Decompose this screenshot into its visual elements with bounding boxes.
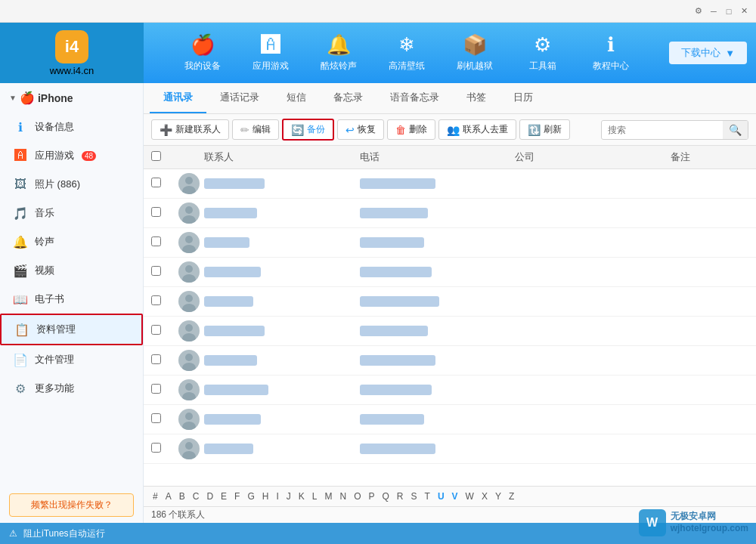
index-char-L[interactable]: L bbox=[309, 490, 321, 503]
sidebar-item-file-mgmt[interactable]: 📄 文件管理 bbox=[0, 345, 143, 374]
table-row[interactable] bbox=[144, 169, 756, 199]
logo-text: i4 bbox=[65, 37, 79, 57]
index-char-Y[interactable]: Y bbox=[492, 490, 504, 503]
close-button[interactable]: ✕ bbox=[738, 5, 750, 17]
index-char-H[interactable]: H bbox=[259, 490, 272, 503]
row-checkbox-8[interactable] bbox=[151, 413, 174, 425]
row-checkbox-6[interactable] bbox=[151, 354, 174, 366]
index-char-S[interactable]: S bbox=[408, 490, 420, 503]
sidebar-item-ringtones[interactable]: 🔔 铃声 bbox=[0, 227, 143, 256]
row-name-5 bbox=[204, 326, 360, 337]
sidebar-item-music[interactable]: 🎵 音乐 bbox=[0, 199, 143, 227]
index-char-Z[interactable]: Z bbox=[506, 490, 517, 503]
tab-sms[interactable]: 短信 bbox=[273, 83, 320, 113]
sidebar-item-data-mgmt[interactable]: 📋 资料管理 bbox=[0, 314, 143, 345]
row-checkbox-9[interactable] bbox=[151, 443, 174, 455]
toolbar-label-new-contact: 新建联系人 bbox=[175, 123, 221, 136]
nav-tab-apps[interactable]: 🅰 应用游戏 bbox=[237, 23, 305, 83]
row-checkbox-0[interactable] bbox=[151, 178, 174, 190]
sidebar-item-photos[interactable]: 🖼 照片 (886) bbox=[0, 170, 143, 199]
index-char-O[interactable]: O bbox=[351, 490, 364, 503]
toolbar-btn-edit[interactable]: ✏ 编辑 bbox=[232, 119, 279, 140]
row-avatar-3 bbox=[174, 261, 204, 283]
sidebar-item-more[interactable]: ⚙ 更多功能 bbox=[0, 374, 143, 403]
toolbar-icon-restore: ↩ bbox=[345, 124, 355, 136]
maximize-button[interactable]: □ bbox=[723, 5, 735, 17]
index-char-G[interactable]: G bbox=[244, 490, 257, 503]
table-row[interactable] bbox=[144, 405, 756, 434]
index-char-M[interactable]: M bbox=[321, 490, 335, 503]
toolbar-btn-refresh[interactable]: 🔃 刷新 bbox=[519, 119, 570, 140]
row-checkbox-2[interactable] bbox=[151, 236, 174, 249]
tab-calendar[interactable]: 日历 bbox=[500, 83, 547, 113]
index-char-E[interactable]: E bbox=[218, 490, 230, 503]
index-char-N[interactable]: N bbox=[336, 490, 349, 503]
sidebar-item-ebook[interactable]: 📖 电子书 bbox=[0, 285, 143, 314]
index-char-D[interactable]: D bbox=[203, 490, 216, 503]
index-char-B[interactable]: B bbox=[176, 490, 188, 503]
sidebar-item-apps[interactable]: 🅰 应用游戏 48 bbox=[0, 141, 143, 170]
index-char-K[interactable]: K bbox=[296, 490, 308, 503]
table-row[interactable] bbox=[144, 287, 756, 317]
table-row[interactable] bbox=[144, 228, 756, 258]
toolbar-btn-backup[interactable]: 🔄 备份 bbox=[282, 119, 334, 141]
index-char-J[interactable]: J bbox=[284, 490, 294, 503]
toolbar-label-import-contacts: 联系人去重 bbox=[463, 123, 508, 136]
sidebar-icon-photos: 🖼 bbox=[12, 176, 29, 193]
trouble-button[interactable]: 频繁出现操作失败？ bbox=[9, 493, 134, 517]
sidebar-item-video[interactable]: 🎬 视频 bbox=[0, 256, 143, 285]
sidebar-icon-device-info: ℹ bbox=[12, 119, 29, 135]
sidebar-item-device-info[interactable]: ℹ 设备信息 bbox=[0, 113, 143, 141]
tab-calls[interactable]: 通话记录 bbox=[206, 83, 273, 113]
index-char-T[interactable]: T bbox=[422, 490, 433, 503]
row-phone-7 bbox=[360, 385, 516, 396]
table-row[interactable] bbox=[144, 199, 756, 228]
row-checkbox-3[interactable] bbox=[151, 266, 174, 278]
index-char-C[interactable]: C bbox=[190, 490, 203, 503]
index-char-Q[interactable]: Q bbox=[380, 490, 392, 503]
sidebar-items: ℹ 设备信息 🅰 应用游戏 48 🖼 照片 (886) 🎵 音乐 🔔 铃声 🎬 … bbox=[0, 113, 143, 403]
index-char-V[interactable]: V bbox=[449, 490, 461, 503]
row-checkbox-7[interactable] bbox=[151, 384, 174, 396]
search-input[interactable] bbox=[602, 122, 723, 138]
toolbar-btn-restore[interactable]: ↩ 恢复 bbox=[337, 119, 384, 140]
index-char-R[interactable]: R bbox=[394, 490, 407, 503]
tab-contacts[interactable]: 通讯录 bbox=[150, 83, 206, 113]
row-checkbox-4[interactable] bbox=[151, 295, 174, 308]
device-header[interactable]: ▼ 🍎 iPhone bbox=[0, 83, 143, 113]
nav-tab-my-device[interactable]: 🍎 我的设备 bbox=[169, 23, 237, 83]
nav-tab-tutorials[interactable]: ℹ 教程中心 bbox=[577, 23, 645, 83]
select-all-checkbox[interactable] bbox=[151, 151, 161, 161]
nav-tab-wallpapers[interactable]: ❄ 高清壁纸 bbox=[373, 23, 441, 83]
index-char-X[interactable]: X bbox=[479, 490, 491, 503]
minimize-button[interactable]: ─ bbox=[708, 5, 720, 17]
index-char-I[interactable]: I bbox=[273, 490, 281, 503]
row-checkbox-1[interactable] bbox=[151, 207, 174, 219]
download-button[interactable]: 下载中心 ▼ bbox=[669, 42, 747, 64]
toolbar-btn-import-contacts[interactable]: 👥 联系人去重 bbox=[438, 119, 516, 140]
toolbar-btn-delete[interactable]: 🗑 删除 bbox=[387, 119, 435, 140]
table-row[interactable] bbox=[144, 258, 756, 287]
tab-bookmarks[interactable]: 书签 bbox=[453, 83, 500, 113]
toolbar-btn-new-contact[interactable]: ➕ 新建联系人 bbox=[151, 119, 229, 140]
table-row[interactable] bbox=[144, 434, 756, 464]
index-char-#[interactable]: # bbox=[150, 490, 161, 503]
sidebar-icon-apps: 🅰 bbox=[12, 147, 29, 164]
index-char-W[interactable]: W bbox=[463, 490, 477, 503]
search-button[interactable]: 🔍 bbox=[723, 121, 748, 139]
row-checkbox-5[interactable] bbox=[151, 325, 174, 337]
table-row[interactable] bbox=[144, 346, 756, 376]
table-row[interactable] bbox=[144, 317, 756, 346]
nav-tab-tools[interactable]: ⚙ 工具箱 bbox=[509, 23, 577, 83]
index-char-A[interactable]: A bbox=[163, 490, 175, 503]
tab-notes[interactable]: 备忘录 bbox=[320, 83, 376, 113]
avatar-6 bbox=[178, 350, 200, 371]
settings-icon[interactable]: ⚙ bbox=[692, 5, 705, 17]
index-char-U[interactable]: U bbox=[435, 490, 448, 503]
index-char-P[interactable]: P bbox=[366, 490, 378, 503]
tab-voice-notes[interactable]: 语音备忘录 bbox=[376, 83, 453, 113]
table-row[interactable] bbox=[144, 376, 756, 405]
index-char-F[interactable]: F bbox=[231, 490, 243, 503]
nav-tab-ringtones[interactable]: 🔔 酷炫铃声 bbox=[305, 23, 373, 83]
nav-tab-jailbreak[interactable]: 📦 刷机越狱 bbox=[441, 23, 509, 83]
